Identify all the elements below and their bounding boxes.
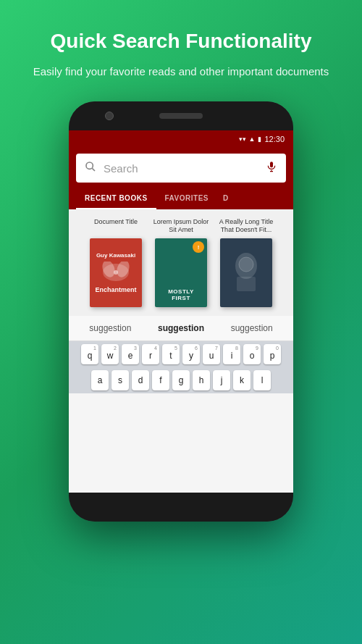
status-bar: ▾▾ ▲ ▮ 12:30 <box>69 130 293 148</box>
signal-icon: ▲ <box>249 135 256 143</box>
phone-screen: ▾▾ ▲ ▮ 12:30 Search <box>69 130 293 493</box>
key-g[interactable]: g <box>172 370 190 390</box>
tab-recent-books[interactable]: RECENT BOOKS <box>76 188 156 209</box>
phone-speaker <box>159 113 203 119</box>
key-w[interactable]: 2w <box>101 344 119 364</box>
key-h[interactable]: h <box>193 370 210 390</box>
phone-body: ▾▾ ▲ ▮ 12:30 Search <box>69 101 293 522</box>
badge-text: ! <box>198 244 200 251</box>
key-a[interactable]: a <box>91 370 109 390</box>
key-t[interactable]: 5t <box>162 344 180 364</box>
search-placeholder[interactable]: Search <box>104 162 258 175</box>
key-k[interactable]: k <box>233 370 251 390</box>
book-author: Guy Kawasaki <box>96 252 135 259</box>
battery-icon: ▮ <box>258 135 261 143</box>
book-item[interactable]: Document Title Guy Kawasaki Enchantment <box>87 218 145 307</box>
key-l[interactable]: l <box>253 370 271 390</box>
tab-favorites[interactable]: FAVORITES <box>156 188 217 209</box>
book-badge: ! <box>193 241 204 253</box>
key-p[interactable]: 0p <box>264 344 281 364</box>
key-s[interactable]: s <box>111 370 129 390</box>
header-section: Quick Search Functionality Easily find y… <box>12 0 351 94</box>
page-title: Quick Search Functionality <box>33 29 329 54</box>
book-title: Lorem Ipsum Dolor Sit Amet <box>152 218 210 234</box>
key-o[interactable]: 9o <box>243 344 261 364</box>
books-grid: Document Title Guy Kawasaki Enchantment <box>69 209 293 316</box>
book-cover <box>220 238 272 307</box>
mic-icon[interactable] <box>266 161 277 175</box>
app-bar: Search <box>69 148 293 188</box>
keyboard-suggestions: suggestion suggestion suggestion <box>69 316 293 341</box>
book-label: MOSTLY FIRST <box>161 288 201 301</box>
suggestion-item-bold[interactable]: suggestion <box>152 322 210 335</box>
book-title: A Really Long Title That Doesn't Fit... <box>217 218 275 234</box>
suggestion-item[interactable]: suggestion <box>83 322 137 335</box>
key-r[interactable]: 4r <box>142 344 159 364</box>
tabs-bar: RECENT BOOKS FAVORITES D <box>69 188 293 209</box>
phone-mockup: ▾▾ ▲ ▮ 12:30 Search <box>69 101 293 522</box>
book-item[interactable]: A Really Long Title That Doesn't Fit... <box>217 218 275 307</box>
key-y[interactable]: 6y <box>182 344 200 364</box>
key-e[interactable]: 3e <box>122 344 139 364</box>
key-f[interactable]: f <box>152 370 169 390</box>
svg-line-1 <box>92 168 95 171</box>
svg-point-11 <box>239 257 253 272</box>
phone-top-bar <box>69 101 293 130</box>
key-d[interactable]: d <box>132 370 149 390</box>
svg-point-0 <box>86 162 93 169</box>
phone-camera <box>105 112 114 120</box>
key-i[interactable]: 8i <box>223 344 240 364</box>
key-u[interactable]: 7u <box>203 344 220 364</box>
svg-point-8 <box>114 270 118 275</box>
book-cover: ! MOSTLY FIRST <box>155 238 207 307</box>
key-q[interactable]: 1q <box>81 344 98 364</box>
search-icon <box>85 161 96 175</box>
key-j[interactable]: j <box>213 370 230 390</box>
page-subtitle: Easily find your favorite reads and othe… <box>33 64 329 80</box>
book-item[interactable]: Lorem Ipsum Dolor Sit Amet ! MOSTLY FIRS… <box>152 218 210 307</box>
svg-rect-2 <box>270 162 273 167</box>
wifi-icon: ▾▾ <box>239 135 246 143</box>
phone-bottom-bar <box>69 493 293 522</box>
book-title: Document Title <box>94 218 138 234</box>
status-icons: ▾▾ ▲ ▮ 12:30 <box>239 135 285 143</box>
status-time: 12:30 <box>264 135 285 143</box>
keyboard-row-2: a s d f g h j k l <box>69 367 293 393</box>
suggestion-item[interactable]: suggestion <box>225 322 279 335</box>
search-box[interactable]: Search <box>76 154 286 183</box>
tab-extra[interactable]: D <box>217 188 234 209</box>
book-cover: Guy Kawasaki Enchantment <box>90 238 142 307</box>
keyboard-row-1: 1q 2w 3e 4r 5t 6y 7u 8i 9o 0p <box>69 341 293 367</box>
svg-rect-10 <box>237 277 256 291</box>
